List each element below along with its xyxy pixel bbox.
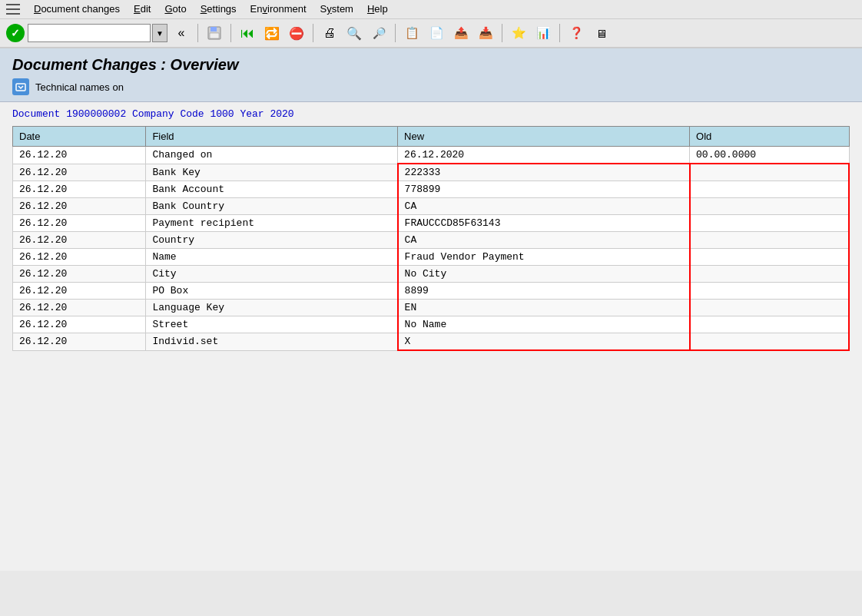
page-header: Document Changes : Overview Technical na… xyxy=(0,48,862,102)
back2-button[interactable]: ⏮ xyxy=(237,22,258,44)
menu-environment[interactable]: Environment xyxy=(250,3,307,15)
cell-field: Changed on xyxy=(146,147,398,164)
reload-button[interactable]: 🔁 xyxy=(261,22,283,44)
find-button[interactable]: 🔍 xyxy=(343,22,365,44)
table-row: 26.12.20PO Box8899 xyxy=(13,283,850,300)
command-input[interactable] xyxy=(28,24,151,42)
menu-help[interactable]: Help xyxy=(367,3,388,15)
cell-field: Language Key xyxy=(146,300,398,316)
upload-button[interactable]: 📤 xyxy=(450,22,472,44)
cell-new: CA xyxy=(398,198,690,215)
command-field-wrap: ▼ xyxy=(28,24,167,42)
monitor-button[interactable]: 🖥 xyxy=(590,22,612,44)
menu-goto[interactable]: Goto xyxy=(164,3,186,15)
cell-date: 26.12.20 xyxy=(13,283,146,300)
separator-5 xyxy=(502,24,502,42)
print-button[interactable]: 🖨 xyxy=(319,22,340,44)
technical-names-icon[interactable] xyxy=(12,78,29,95)
separator-2 xyxy=(230,24,231,42)
copy-button[interactable]: 📋 xyxy=(401,22,423,44)
table-row: 26.12.20CityNo City xyxy=(13,266,850,283)
download-button[interactable]: 📥 xyxy=(475,22,496,44)
cell-field: Bank Key xyxy=(146,164,398,181)
stop-button[interactable]: ⛔ xyxy=(286,22,307,44)
app-menu-icon[interactable] xyxy=(6,4,20,15)
table-row: 26.12.20StreetNo Name xyxy=(13,316,850,333)
cell-new: No Name xyxy=(398,316,690,333)
page-title: Document Changes : Overview xyxy=(12,56,850,74)
cell-date: 26.12.20 xyxy=(13,215,146,232)
separator-3 xyxy=(313,24,313,42)
cell-date: 26.12.20 xyxy=(13,164,146,181)
cell-old xyxy=(690,249,849,266)
table-row: 26.12.20CountryCA xyxy=(13,232,850,249)
cell-date: 26.12.20 xyxy=(13,232,146,249)
cell-date: 26.12.20 xyxy=(13,333,146,351)
cell-old: 00.00.0000 xyxy=(690,147,849,164)
separator-1 xyxy=(197,24,198,42)
back-button[interactable]: « xyxy=(171,22,192,44)
cell-new: Fraud Vendor Payment xyxy=(398,249,690,266)
cell-old xyxy=(690,215,849,232)
menu-edit[interactable]: Edit xyxy=(134,3,151,15)
cell-date: 26.12.20 xyxy=(13,249,146,266)
table-row: 26.12.20Individ.setX xyxy=(13,333,850,351)
col-header-date: Date xyxy=(13,127,146,147)
cell-date: 26.12.20 xyxy=(13,181,146,198)
doc-info-line: Document 1900000002 Company Code 1000 Ye… xyxy=(0,102,862,126)
menu-settings[interactable]: Settings xyxy=(201,3,237,15)
cell-field: Payment recipient xyxy=(146,215,398,232)
paste-button[interactable]: 📄 xyxy=(426,22,447,44)
cell-field: City xyxy=(146,266,398,283)
table-row: 26.12.20Bank CountryCA xyxy=(13,198,850,215)
cell-new: FRAUCCCD85F63143 xyxy=(398,215,690,232)
cell-date: 26.12.20 xyxy=(13,198,146,215)
chart-button[interactable]: 📊 xyxy=(532,22,554,44)
cell-new: 778899 xyxy=(398,181,690,198)
cell-field: Bank Account xyxy=(146,181,398,198)
cell-new: EN xyxy=(398,300,690,316)
cell-old xyxy=(690,333,849,351)
cell-field: PO Box xyxy=(146,283,398,300)
find-next-button[interactable]: 🔎 xyxy=(368,22,390,44)
command-dropdown-button[interactable]: ▼ xyxy=(152,24,167,42)
cell-old xyxy=(690,198,849,215)
menu-bar: Document changes Edit Goto Settings Envi… xyxy=(0,0,862,19)
table-row: 26.12.20Bank Account778899 xyxy=(13,181,850,198)
separator-4 xyxy=(395,24,396,42)
cell-field: Name xyxy=(146,249,398,266)
star-button[interactable]: ⭐ xyxy=(508,22,529,44)
cell-old xyxy=(690,266,849,283)
main-content: Document Changes : Overview Technical na… xyxy=(0,48,862,571)
changes-table: Date Field New Old 26.12.20Changed on26.… xyxy=(12,126,850,351)
cell-old xyxy=(690,164,849,181)
cell-new: X xyxy=(398,333,690,351)
col-header-old: Old xyxy=(690,127,849,147)
confirm-button[interactable]: ✓ xyxy=(6,24,25,42)
table-row: 26.12.20Language KeyEN xyxy=(13,300,850,316)
cell-field: Individ.set xyxy=(146,333,398,351)
table-row: 26.12.20Bank Key222333 xyxy=(13,164,850,181)
cell-old xyxy=(690,316,849,333)
technical-names-label: Technical names on xyxy=(35,81,124,93)
separator-6 xyxy=(559,24,560,42)
cell-old xyxy=(690,283,849,300)
svg-rect-3 xyxy=(16,84,25,91)
cell-new: CA xyxy=(398,232,690,249)
cell-new: 26.12.2020 xyxy=(398,147,690,164)
technical-names-row: Technical names on xyxy=(12,78,850,95)
svg-rect-2 xyxy=(210,33,219,38)
col-header-field: Field xyxy=(146,127,398,147)
cell-old xyxy=(690,181,849,198)
help-button[interactable]: ❓ xyxy=(565,22,587,44)
cell-date: 26.12.20 xyxy=(13,147,146,164)
menu-document-changes[interactable]: Document changes xyxy=(34,3,120,15)
table-row: 26.12.20Changed on26.12.202000.00.0000 xyxy=(13,147,850,164)
cell-field: Country xyxy=(146,232,398,249)
cell-date: 26.12.20 xyxy=(13,316,146,333)
cell-new: 222333 xyxy=(398,164,690,181)
data-table-wrap: Date Field New Old 26.12.20Changed on26.… xyxy=(0,126,862,363)
save-button[interactable] xyxy=(204,22,225,44)
menu-system[interactable]: System xyxy=(320,3,353,15)
table-row: 26.12.20NameFraud Vendor Payment xyxy=(13,249,850,266)
